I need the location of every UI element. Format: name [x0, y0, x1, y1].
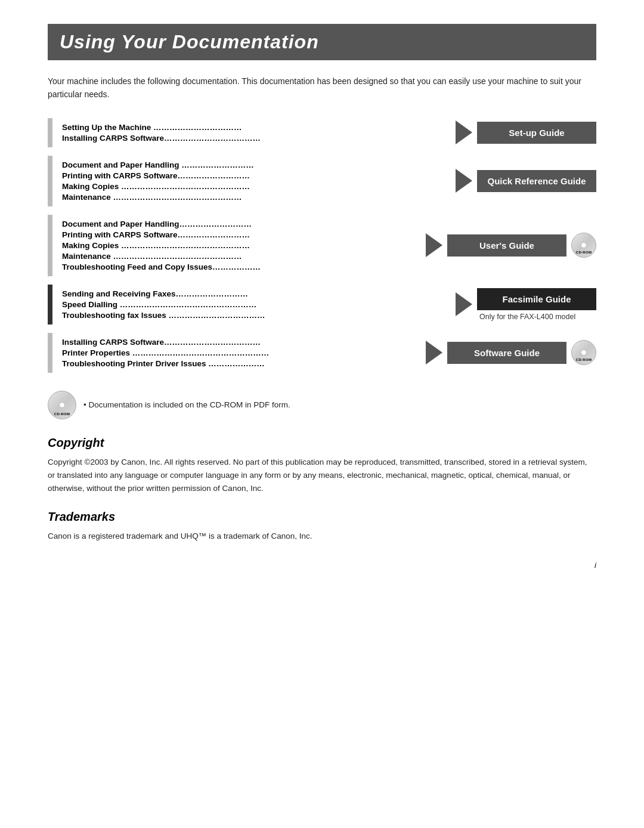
doc-item: Installing CARPS Software………………………………	[62, 134, 451, 143]
doc-items-users: Document and Paper Handling……………………… Pri…	[62, 215, 421, 276]
arrow-icon	[426, 233, 442, 257]
copyright-body: Copyright ©2003 by Canon, Inc. All right…	[48, 456, 596, 496]
left-bar-setup	[48, 118, 52, 147]
guide-box-setup: Set-up Guide	[477, 122, 596, 144]
doc-item: Document and Paper Handling ………………………	[62, 160, 451, 169]
guide-box-facsimile: Facsimile Guide	[477, 288, 596, 310]
arrow-software	[421, 341, 447, 364]
cdrom-icon-users: CD-ROM	[571, 233, 596, 258]
cdrom-hole	[581, 350, 587, 356]
page-title: Using Your Documentation	[60, 31, 584, 53]
doc-item: Troubleshooting Printer Driver Issues ………	[62, 359, 421, 368]
arrow-facsimile	[451, 292, 477, 316]
fax-note: Only for the FAX-L400 model	[479, 313, 575, 321]
page-header: Using Your Documentation	[48, 24, 596, 60]
left-bar-users	[48, 215, 52, 276]
doc-items-facsimile: Sending and Receiving Faxes……………………… Spe…	[62, 285, 451, 325]
doc-row-quickref: Document and Paper Handling ……………………… Pr…	[48, 156, 596, 206]
cdrom-icon-software: CD-ROM	[571, 340, 596, 365]
left-bar-facsimile	[48, 285, 52, 325]
doc-items-quickref: Document and Paper Handling ……………………… Pr…	[62, 156, 451, 206]
doc-item: Troubleshooting fax Issues ………………………………	[62, 311, 451, 320]
doc-row-users: Document and Paper Handling……………………… Pri…	[48, 215, 596, 276]
arrow-setup	[451, 121, 477, 144]
doc-item: Making Copies …………………………………………	[62, 241, 421, 250]
cdrom-label: CD-ROM	[54, 412, 70, 416]
guide-label-setup: Set-up Guide	[509, 128, 564, 138]
arrow-icon	[456, 121, 472, 144]
doc-item: Installing CARPS Software………………………………	[62, 338, 421, 347]
intro-text: Your machine includes the following docu…	[48, 75, 596, 101]
doc-item: Making Copies …………………………………………	[62, 182, 451, 191]
doc-row-setup: Setting Up the Machine …………………………… Insta…	[48, 118, 596, 147]
doc-item: Speed Dialling ……………………………………………	[62, 300, 451, 309]
guide-label-quickref: Quick Reference Guide	[487, 176, 586, 186]
doc-item: Sending and Receiving Faxes………………………	[62, 289, 451, 298]
cdrom-hole	[581, 242, 587, 248]
guide-label-users: User's Guide	[479, 240, 534, 251]
cdrom-note-icon: CD-ROM	[48, 391, 76, 419]
doc-items-software: Installing CARPS Software……………………………… Pr…	[62, 333, 421, 373]
note-row: CD-ROM • Documentation is included on th…	[48, 391, 596, 419]
page-number: i	[48, 561, 596, 570]
note-text: • Documentation is included on the CD-RO…	[83, 400, 290, 409]
arrow-quickref	[451, 169, 477, 193]
left-bar-quickref	[48, 156, 52, 206]
doc-row-facsimile: Sending and Receiving Faxes……………………… Spe…	[48, 285, 596, 325]
guide-box-software: Software Guide	[447, 342, 566, 364]
cdrom-label: CD-ROM	[576, 251, 592, 254]
guide-box-users: User's Guide	[447, 234, 566, 257]
doc-item: Printing with CARPS Software………………………	[62, 230, 421, 239]
arrow-icon	[456, 292, 472, 316]
guide-label-software: Software Guide	[474, 348, 540, 358]
arrow-users	[421, 233, 447, 257]
cdrom-hole	[59, 402, 65, 408]
trademarks-heading: Trademarks	[48, 510, 596, 524]
guide-box-quickref: Quick Reference Guide	[477, 170, 596, 192]
trademarks-section: Trademarks Canon is a registered tradema…	[48, 510, 596, 543]
doc-item: Maintenance …………………………………………	[62, 252, 421, 261]
copyright-heading: Copyright	[48, 436, 596, 450]
copyright-section: Copyright Copyright ©2003 by Canon, Inc.…	[48, 436, 596, 496]
documentation-sections: Setting Up the Machine …………………………… Insta…	[48, 118, 596, 373]
arrow-icon	[426, 341, 442, 364]
cdrom-label: CD-ROM	[576, 358, 592, 362]
guide-label-facsimile: Facsimile Guide	[502, 294, 571, 304]
doc-item: Maintenance …………………………………………	[62, 193, 451, 202]
doc-items-setup: Setting Up the Machine …………………………… Insta…	[62, 118, 451, 147]
doc-item: Printer Properties ……………………………………………	[62, 348, 421, 357]
doc-item: Printing with CARPS Software………………………	[62, 171, 451, 180]
doc-item: Document and Paper Handling………………………	[62, 220, 421, 228]
doc-item: Troubleshooting Feed and Copy Issues……………	[62, 262, 421, 271]
left-bar-software	[48, 333, 52, 373]
doc-item: Setting Up the Machine ……………………………	[62, 123, 451, 132]
doc-row-software: Installing CARPS Software……………………………… Pr…	[48, 333, 596, 373]
trademarks-body: Canon is a registered trademark and UHQ™…	[48, 530, 596, 543]
arrow-icon	[456, 169, 472, 193]
